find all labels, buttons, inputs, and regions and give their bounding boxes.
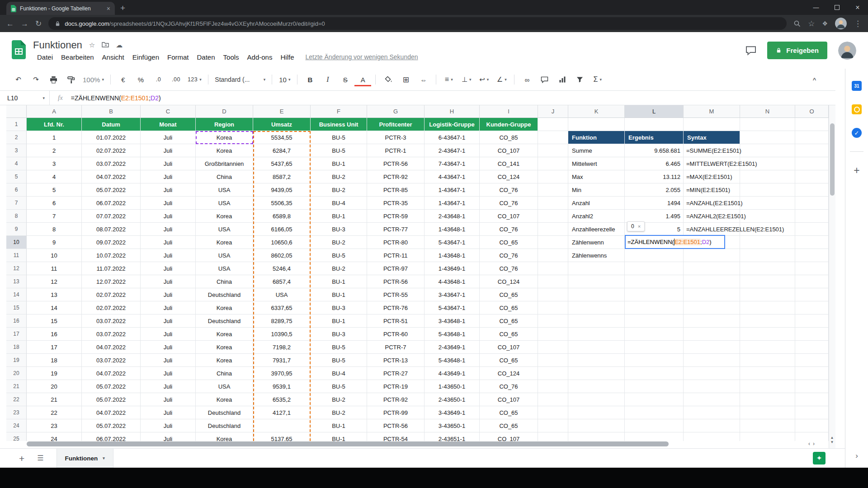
- back-icon[interactable]: ←: [6, 20, 14, 28]
- cell-L21[interactable]: [625, 380, 684, 393]
- cell-D7[interactable]: USA: [196, 197, 253, 210]
- cell-H15[interactable]: 5-43647-1: [425, 301, 480, 314]
- cell-D22[interactable]: Korea: [196, 393, 253, 406]
- row-header-5[interactable]: 5: [6, 170, 27, 183]
- cell-F10[interactable]: BU-2: [311, 236, 367, 249]
- cell-N16[interactable]: [740, 314, 795, 328]
- cell-F25[interactable]: BU-1: [311, 432, 367, 441]
- cell-A15[interactable]: 14: [27, 301, 82, 314]
- cell-G17[interactable]: PCTR-60: [367, 328, 425, 341]
- cell-K8[interactable]: Anzahl2: [568, 210, 625, 223]
- browser-avatar[interactable]: [835, 18, 847, 29]
- cell-D23[interactable]: Deutschland: [196, 406, 253, 419]
- cell-O8[interactable]: [795, 210, 829, 223]
- col-header-C[interactable]: C: [141, 105, 196, 118]
- cell-K10[interactable]: Zählenwenn: [568, 236, 625, 249]
- bookmark-star-icon[interactable]: ☆: [808, 20, 815, 28]
- cell-C15[interactable]: Juli: [141, 301, 196, 314]
- row-header-1[interactable]: 1: [6, 118, 27, 131]
- cell-O10[interactable]: [795, 236, 829, 249]
- cell-D6[interactable]: USA: [196, 183, 253, 197]
- cell-A24[interactable]: 23: [27, 419, 82, 432]
- col-header-G[interactable]: G: [367, 105, 425, 118]
- cell-K7[interactable]: Anzahl: [568, 197, 625, 210]
- cell-H8[interactable]: 2-43648-1: [425, 210, 480, 223]
- cell-M13[interactable]: [684, 275, 740, 288]
- cell-E17[interactable]: 10390,5: [253, 328, 311, 341]
- name-box-caret-icon[interactable]: ▾: [42, 96, 45, 100]
- cell-L1[interactable]: [625, 118, 684, 131]
- cell-J14[interactable]: [538, 288, 568, 301]
- cell-M12[interactable]: [684, 262, 740, 275]
- cell-H7[interactable]: 1-43647-1: [425, 197, 480, 210]
- cell-J7[interactable]: [538, 197, 568, 210]
- menu-hilfe[interactable]: Hilfe: [276, 52, 298, 62]
- cell-O18[interactable]: [795, 341, 829, 354]
- cell-J25[interactable]: [538, 432, 568, 441]
- row-header-20[interactable]: 20: [6, 367, 27, 380]
- cell-G24[interactable]: PCTR-56: [367, 419, 425, 432]
- cell-I8[interactable]: CO_107: [480, 210, 538, 223]
- cell-L16[interactable]: [625, 314, 684, 328]
- row-header-3[interactable]: 3: [6, 144, 27, 157]
- cell-N6[interactable]: [740, 183, 795, 197]
- cell-H21[interactable]: 1-43650-1: [425, 380, 480, 393]
- add-sheet-icon[interactable]: +: [19, 454, 24, 463]
- cell-I4[interactable]: CO_141: [480, 157, 538, 170]
- cell-A11[interactable]: 10: [27, 249, 82, 262]
- cell-M9[interactable]: =ANZAHLLEEREZELLEN(E2:E1501): [684, 223, 740, 236]
- cell-G2[interactable]: PCTR-3: [367, 131, 425, 144]
- cell-M20[interactable]: [684, 367, 740, 380]
- cell-E16[interactable]: 8289,75: [253, 314, 311, 328]
- hide-side-panel-icon[interactable]: ›: [855, 451, 858, 460]
- cell-J16[interactable]: [538, 314, 568, 328]
- col-header-D[interactable]: D: [196, 105, 253, 118]
- cell-B23[interactable]: 04.07.2022: [82, 406, 141, 419]
- cell-O13[interactable]: [795, 275, 829, 288]
- cell-O19[interactable]: [795, 354, 829, 367]
- cell-G18[interactable]: PCTR-7: [367, 341, 425, 354]
- cell-A10[interactable]: 9: [27, 236, 82, 249]
- cell-C2[interactable]: Juli: [141, 131, 196, 144]
- cell-G12[interactable]: PCTR-97: [367, 262, 425, 275]
- keep-icon[interactable]: [852, 104, 862, 114]
- cell-G14[interactable]: PCTR-55: [367, 288, 425, 301]
- select-all-corner[interactable]: [6, 105, 27, 118]
- cell-B14[interactable]: 02.07.2022: [82, 288, 141, 301]
- cell-O2[interactable]: [795, 131, 829, 144]
- cell-C16[interactable]: Juli: [141, 314, 196, 328]
- cell-A3[interactable]: 2: [27, 144, 82, 157]
- cell-L24[interactable]: [625, 419, 684, 432]
- cell-H3[interactable]: 2-43647-1: [425, 144, 480, 157]
- cell-F1[interactable]: Business Unit: [311, 118, 367, 131]
- cell-L22[interactable]: [625, 393, 684, 406]
- star-doc-icon[interactable]: ☆: [89, 42, 95, 48]
- cell-F17[interactable]: BU-3: [311, 328, 367, 341]
- cell-J6[interactable]: [538, 183, 568, 197]
- cell-A8[interactable]: 7: [27, 210, 82, 223]
- reload-icon[interactable]: ↻: [35, 20, 42, 28]
- italic-button[interactable]: I: [319, 73, 336, 86]
- cell-L4[interactable]: 6.465: [625, 157, 684, 170]
- cell-G8[interactable]: PCTR-59: [367, 210, 425, 223]
- cell-C9[interactable]: Juli: [141, 223, 196, 236]
- browser-menu-icon[interactable]: ⋮: [854, 20, 862, 28]
- cell-K5[interactable]: Max: [568, 170, 625, 183]
- cell-A16[interactable]: 15: [27, 314, 82, 328]
- cell-G15[interactable]: PCTR-76: [367, 301, 425, 314]
- cell-I6[interactable]: CO_76: [480, 183, 538, 197]
- row-header-23[interactable]: 23: [6, 406, 27, 419]
- cell-I1[interactable]: Kunden-Gruppe: [480, 118, 538, 131]
- sheets-logo-icon[interactable]: [12, 40, 26, 61]
- zoom-select[interactable]: 100%▾: [80, 73, 106, 86]
- cell-B4[interactable]: 03.07.2022: [82, 157, 141, 170]
- cell-K1[interactable]: [568, 118, 625, 131]
- cell-D15[interactable]: Korea: [196, 301, 253, 314]
- cell-H16[interactable]: 3-43648-1: [425, 314, 480, 328]
- cell-D8[interactable]: Korea: [196, 210, 253, 223]
- cell-C6[interactable]: Juli: [141, 183, 196, 197]
- cell-A17[interactable]: 16: [27, 328, 82, 341]
- cell-O9[interactable]: [795, 223, 829, 236]
- row-header-18[interactable]: 18: [6, 341, 27, 354]
- row-header-16[interactable]: 16: [6, 314, 27, 328]
